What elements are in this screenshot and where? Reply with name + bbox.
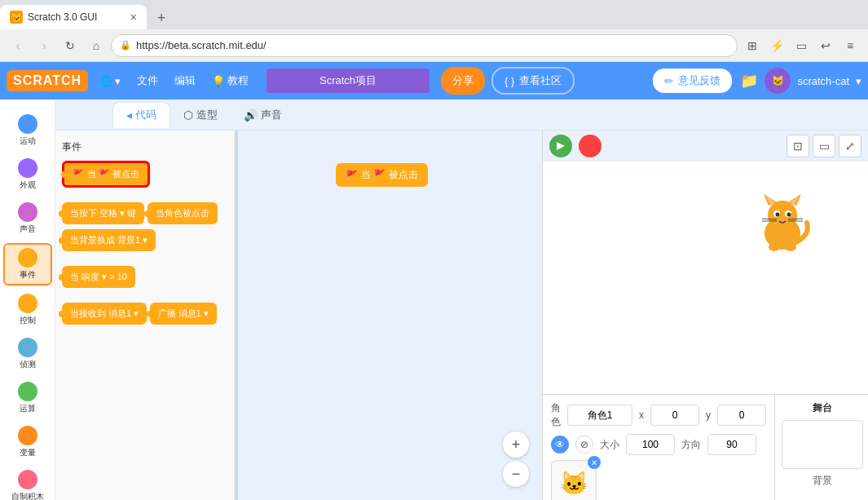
tab-sound[interactable]: 🔊 声音 bbox=[231, 103, 295, 127]
reader-button[interactable]: ▭ bbox=[790, 34, 813, 57]
zoom-out-button[interactable]: − bbox=[503, 461, 529, 487]
category-sound[interactable]: 声音 bbox=[3, 199, 52, 238]
user-dropdown-icon[interactable]: ▾ bbox=[856, 75, 861, 87]
zoom-in-button[interactable]: + bbox=[503, 431, 529, 458]
events-dot bbox=[18, 248, 37, 268]
browser-toolbar: ‹ › ↻ ⌂ 🔒 https://beta.scratch.mit.edu/ … bbox=[0, 29, 868, 62]
tab-close-button[interactable]: × bbox=[130, 11, 137, 24]
category-sensing[interactable]: 侦测 bbox=[3, 334, 52, 374]
category-sidebar: 运动 外观 声音 事件 控制 侦测 bbox=[0, 100, 55, 500]
costume-tab-icon: ⬡ bbox=[183, 108, 193, 122]
block-when-clicked[interactable]: 当角色被点击 bbox=[148, 202, 218, 224]
sensing-label: 侦测 bbox=[20, 359, 36, 370]
canvas-flag-icon: 🚩 bbox=[346, 170, 358, 181]
sprite-controls-row: 👁 ⊘ 大小 方向 bbox=[551, 434, 766, 455]
share-button[interactable]: 分享 bbox=[441, 67, 485, 95]
stage-controls bbox=[549, 135, 601, 157]
y-input[interactable] bbox=[717, 405, 766, 426]
extensions-button[interactable]: ⊞ bbox=[741, 34, 764, 57]
ghost-sprite-button[interactable]: ⊘ bbox=[575, 436, 593, 454]
svg-point-11 bbox=[781, 219, 784, 221]
y-label: y bbox=[706, 409, 711, 421]
stage-canvas[interactable] bbox=[543, 162, 868, 394]
sound-tab-icon: 🔊 bbox=[244, 108, 258, 122]
category-variables[interactable]: 变量 bbox=[3, 423, 52, 462]
category-events[interactable]: 事件 bbox=[3, 243, 52, 285]
undo-button[interactable]: ↩ bbox=[814, 34, 837, 57]
block-when-broadcast[interactable]: 当接收到 消息1 ▾ bbox=[62, 303, 147, 325]
home-button[interactable]: ⌂ bbox=[85, 34, 108, 57]
scratch-header: SCRATCH 🌐 ▾ 文件 编辑 💡 教程 分享 { } bbox=[0, 62, 868, 100]
edit-menu-item[interactable]: 编辑 bbox=[168, 70, 202, 91]
new-tab-button[interactable]: + bbox=[150, 7, 173, 29]
browser-tabs-bar: 🐱 Scratch 3.0 GUI × + bbox=[0, 0, 868, 29]
sprite-thumb-1[interactable]: 🐱 ✕ bbox=[551, 460, 597, 500]
globe-dropdown-icon: ▾ bbox=[115, 75, 121, 87]
scratch-logo[interactable]: SCRATCH bbox=[7, 70, 88, 91]
community-icon: { } bbox=[504, 75, 514, 87]
size-input[interactable] bbox=[626, 434, 675, 455]
globe-menu-item[interactable]: 🌐 ▾ bbox=[93, 72, 127, 91]
block-when-key[interactable]: 当按下 空格 ▾ 键 bbox=[62, 202, 144, 224]
category-motion[interactable]: 运动 bbox=[3, 111, 52, 150]
address-bar[interactable]: 🔒 https://beta.scratch.mit.edu/ bbox=[111, 34, 738, 57]
canvas-block-when-flag[interactable]: 🚩 当 🚩 被点击 bbox=[336, 163, 428, 187]
tab-code[interactable]: ◂ 代码 bbox=[112, 102, 170, 128]
community-button[interactable]: { } 查看社区 bbox=[491, 67, 575, 95]
browser-chrome: 🐱 Scratch 3.0 GUI × + ‹ › ↻ ⌂ 🔒 https://… bbox=[0, 0, 868, 62]
file-menu-item[interactable]: 文件 bbox=[130, 70, 165, 91]
flag-icon-block: 🚩 bbox=[73, 169, 84, 179]
ssl-lock-icon: 🔒 bbox=[120, 40, 131, 51]
sprite-name-input[interactable] bbox=[567, 405, 632, 426]
direction-input[interactable] bbox=[707, 434, 756, 455]
canvas-zoom-controls: + − bbox=[503, 431, 529, 487]
forward-button[interactable]: › bbox=[33, 34, 55, 57]
sprite-panel: 角色 x y 👁 ⊘ 大小 bbox=[543, 394, 868, 500]
menu-button[interactable]: ≡ bbox=[839, 34, 861, 57]
custom-dot bbox=[18, 470, 37, 489]
code-tab-label: 代码 bbox=[135, 108, 156, 122]
category-control[interactable]: 控制 bbox=[3, 290, 52, 330]
show-sprite-button[interactable]: 👁 bbox=[551, 436, 569, 454]
category-operators[interactable]: 运算 bbox=[3, 378, 52, 418]
direction-label: 方向 bbox=[681, 438, 701, 452]
green-flag-button[interactable] bbox=[549, 135, 572, 157]
stage-restore-button[interactable]: ⊡ bbox=[786, 135, 809, 157]
motion-label: 运动 bbox=[20, 135, 36, 147]
user-name[interactable]: scratch-cat bbox=[797, 75, 849, 87]
block-when-backdrop[interactable]: 当背景换成 背景1 ▾ bbox=[62, 229, 156, 251]
control-dot bbox=[18, 294, 37, 313]
canvas-when-flag-block[interactable]: 🚩 当 🚩 被点击 bbox=[336, 163, 428, 187]
tutorial-menu-item[interactable]: 💡 教程 bbox=[205, 70, 255, 91]
looks-dot bbox=[18, 158, 37, 178]
stage-fullscreen-button[interactable]: ⤢ bbox=[839, 135, 861, 157]
feedback-button[interactable]: ✏ 意见反馈 bbox=[651, 67, 734, 95]
script-area[interactable]: 🚩 当 🚩 被点击 ▾ × 和果果一起学编程 bbox=[238, 131, 542, 500]
project-name-input[interactable] bbox=[267, 69, 430, 93]
refresh-button[interactable]: ↻ bbox=[59, 34, 82, 57]
stage-collapse-button[interactable]: ▭ bbox=[813, 135, 835, 157]
block-broadcast[interactable]: 广播 消息1 ▾ bbox=[150, 303, 217, 325]
costume-tab-label: 造型 bbox=[196, 108, 218, 122]
tab-costume[interactable]: ⬡ 造型 bbox=[170, 103, 231, 127]
x-input[interactable] bbox=[650, 405, 699, 426]
block-when-flag[interactable]: 🚩 当 🚩 被点击 bbox=[62, 161, 150, 188]
folder-icon-button[interactable]: 📁 bbox=[740, 72, 758, 90]
feedback-icon: ✏ bbox=[664, 75, 673, 87]
user-avatar[interactable]: 🐱 bbox=[764, 68, 791, 94]
category-looks[interactable]: 外观 bbox=[3, 155, 52, 194]
custom-label: 自制积木 bbox=[11, 491, 44, 500]
block-when-loudness[interactable]: 当 响度 ▾ > 10 bbox=[62, 266, 135, 288]
stop-button[interactable] bbox=[579, 135, 601, 157]
svg-point-9 bbox=[776, 213, 780, 217]
globe-icon: 🌐 bbox=[99, 75, 112, 87]
svg-point-2 bbox=[768, 201, 797, 230]
code-tab-icon: ◂ bbox=[126, 108, 132, 122]
stage-mini-preview[interactable] bbox=[782, 420, 863, 469]
browser-tab-scratch[interactable]: 🐱 Scratch 3.0 GUI × bbox=[0, 5, 147, 29]
back-button[interactable]: ‹ bbox=[7, 34, 29, 57]
script-canvas: 🚩 当 🚩 被点击 ▾ × 和果果一起学编程 bbox=[238, 131, 542, 500]
category-custom[interactable]: 自制积木 bbox=[3, 467, 52, 500]
size-label: 大小 bbox=[600, 438, 619, 452]
bookmark-button[interactable]: ⚡ bbox=[765, 34, 788, 57]
